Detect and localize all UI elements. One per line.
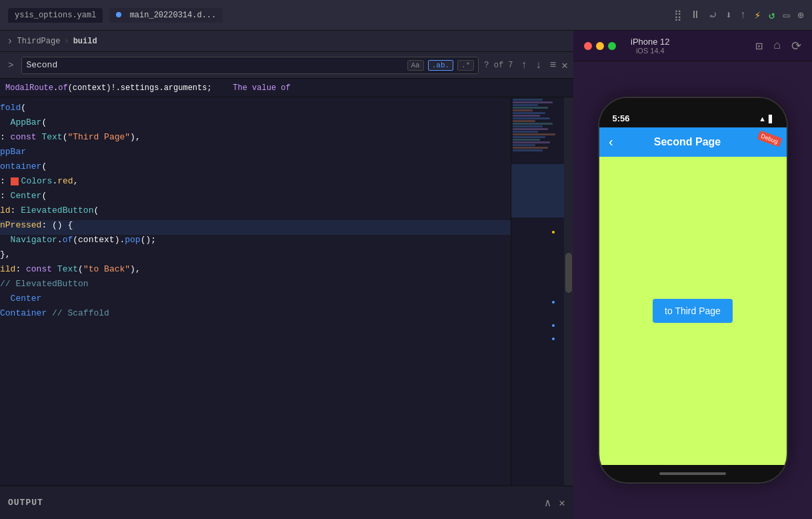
- code-line: : Colors.red,: [0, 176, 573, 191]
- search-input-wrapper: Aa .ab. .*: [21, 57, 479, 74]
- code-line: ld: ElevatedButton(: [0, 205, 573, 220]
- search-input[interactable]: [26, 60, 407, 70]
- search-next-button[interactable]: ↓: [533, 59, 545, 71]
- step-out-icon[interactable]: ↑: [740, 9, 747, 21]
- back-button[interactable]: ‹: [607, 135, 615, 150]
- close-window-button[interactable]: [584, 42, 592, 50]
- app-content: to Third Page: [599, 157, 787, 465]
- minimize-window-button[interactable]: [596, 42, 604, 50]
- refresh-icon[interactable]: ↺: [769, 9, 775, 22]
- output-panel: OUTPUT ∧ ✕: [0, 486, 573, 519]
- grid-icon[interactable]: ⣿: [674, 9, 682, 22]
- home-indicator: [599, 465, 787, 482]
- redo-icon[interactable]: ⤾: [709, 9, 717, 22]
- signal-icon: ▊: [769, 115, 773, 123]
- code-line: AppBar(: [0, 117, 573, 132]
- code-line: Center: [0, 294, 573, 308]
- code-line: ppBar: [0, 147, 573, 161]
- tab-yaml[interactable]: ysis_options.yaml: [8, 8, 103, 23]
- editor-scrollbar[interactable]: [564, 97, 573, 486]
- code-line: fold(: [0, 103, 573, 117]
- search-nav: ↑ ↓: [519, 59, 545, 71]
- home-icon[interactable]: ⌂: [773, 39, 781, 53]
- status-icons: ▲ ▊: [760, 115, 773, 123]
- breadcrumb: › ThirdPage › build: [0, 31, 573, 52]
- output-controls: ∧ ✕: [545, 496, 565, 510]
- iphone-frame-wrapper: Debug 5:56 ▲ ▊ ‹ Second Page to Third P: [573, 61, 812, 519]
- search-menu-button[interactable]: ≡: [550, 59, 557, 71]
- output-collapse-button[interactable]: ∧: [545, 496, 551, 510]
- regex-option[interactable]: .*: [457, 60, 474, 71]
- code-line: Navigator.of(context).pop();: [0, 235, 573, 249]
- simulator-icons: ⊡ ⌂ ⟳: [755, 39, 801, 53]
- wifi-icon: ▲: [760, 115, 765, 123]
- case-sensitive-option[interactable]: Aa: [407, 60, 424, 71]
- whole-word-option[interactable]: .ab.: [428, 60, 453, 71]
- settings-icon[interactable]: ⊕: [797, 9, 804, 22]
- code-line: Container // Scaffold: [0, 308, 573, 323]
- code-line: // ElevatedButton: [0, 279, 573, 294]
- code-line-highlighted: nPressed: () {: [0, 220, 573, 235]
- to-third-page-button[interactable]: to Third Page: [653, 299, 733, 323]
- info-bar: ModalRoute.of(context)!.settings.argumen…: [0, 79, 573, 97]
- code-line: },: [0, 249, 573, 264]
- code-line: : const Text("Third Page"),: [0, 132, 573, 147]
- code-line: ontainer(: [0, 161, 573, 176]
- output-tab[interactable]: OUTPUT: [8, 498, 43, 508]
- flash-icon[interactable]: ⚡: [754, 9, 761, 22]
- search-count: ? of 7: [484, 61, 513, 70]
- search-collapse-button[interactable]: >: [5, 59, 16, 72]
- iphone-notch: [649, 98, 736, 115]
- search-options: Aa .ab. .*: [407, 60, 475, 71]
- app-bar: ‹ Second Page: [599, 127, 787, 157]
- window-controls: [584, 42, 616, 50]
- iphone-frame: Debug 5:56 ▲ ▊ ‹ Second Page to Third P: [598, 97, 788, 484]
- breadcrumb-expand[interactable]: ›: [7, 35, 13, 47]
- toolbar: ysis_options.yaml main_20220314.d... ⣿ ⏸…: [0, 0, 812, 31]
- search-bar: > Aa .ab. .* ? of 7 ↑ ↓ ≡ ✕: [0, 52, 573, 79]
- simulator-area: iPhone 12 iOS 14.4 ⊡ ⌂ ⟳ Debug 5:56 ▲ ▊: [573, 31, 812, 519]
- home-bar: [659, 472, 726, 475]
- main-area: › ThirdPage › build > Aa .ab. .* ? of 7 …: [0, 31, 812, 519]
- code-line: : Center(: [0, 191, 573, 205]
- code-line: ild: const Text("to Back"),: [0, 264, 573, 279]
- editor-area: › ThirdPage › build > Aa .ab. .* ? of 7 …: [0, 31, 573, 519]
- search-prev-button[interactable]: ↑: [519, 59, 531, 71]
- search-extra: ≡: [550, 59, 557, 71]
- stop-icon[interactable]: ▭: [783, 9, 790, 22]
- output-close-button[interactable]: ✕: [559, 496, 565, 510]
- pause-icon[interactable]: ⏸: [690, 9, 701, 21]
- screenshot-icon[interactable]: ⊡: [755, 39, 763, 53]
- toolbar-icons: ⣿ ⏸ ⤾ ⬇ ↑ ⚡ ↺ ▭ ⊕: [674, 9, 804, 22]
- tab-dart[interactable]: main_20220314.d...: [109, 8, 223, 23]
- rotate-icon[interactable]: ⟳: [791, 39, 801, 53]
- minimap: [511, 97, 564, 486]
- step-over-icon[interactable]: ⬇: [725, 9, 732, 22]
- maximize-window-button[interactable]: [608, 42, 616, 50]
- code-editor[interactable]: fold( AppBar( : const Text("Third Page")…: [0, 97, 573, 486]
- search-close-button[interactable]: ✕: [561, 59, 568, 72]
- simulator-title: iPhone 12 iOS 14.4: [631, 37, 670, 55]
- simulator-header: iPhone 12 iOS 14.4 ⊡ ⌂ ⟳: [573, 31, 812, 61]
